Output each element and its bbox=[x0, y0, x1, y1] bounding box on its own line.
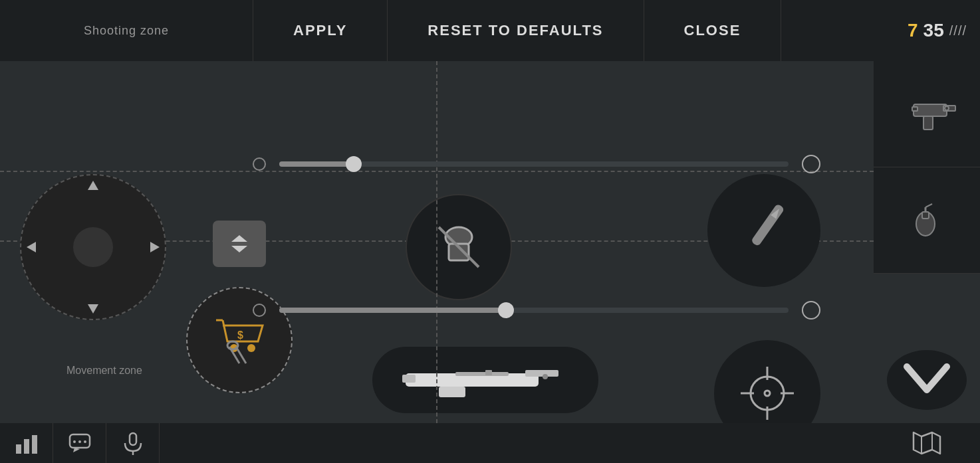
arrow-right-icon bbox=[150, 242, 160, 252]
mic-icon bbox=[121, 431, 145, 455]
main-content: $ bbox=[0, 61, 874, 423]
slider-bottom-fill bbox=[279, 308, 509, 313]
svg-rect-36 bbox=[32, 435, 37, 454]
svg-rect-25 bbox=[455, 372, 509, 376]
no-enemy-icon bbox=[426, 214, 492, 280]
arrow-down-icon bbox=[88, 304, 98, 314]
close-button[interactable]: CLOSE bbox=[644, 0, 782, 61]
map-icon bbox=[912, 431, 941, 455]
ammo-bars: //// bbox=[949, 23, 967, 39]
svg-rect-41 bbox=[130, 433, 136, 445]
enemy-circle-inner bbox=[406, 194, 512, 300]
slider-bottom-thumb[interactable] bbox=[498, 302, 514, 318]
slider-top-fill bbox=[279, 161, 356, 167]
svg-point-39 bbox=[78, 440, 81, 443]
grenade-icon bbox=[907, 197, 947, 244]
enemy-button[interactable] bbox=[406, 194, 512, 300]
slider-top-track[interactable] bbox=[279, 161, 789, 167]
svg-text:$: $ bbox=[237, 329, 243, 341]
arrow-left-icon bbox=[27, 242, 36, 252]
center-line bbox=[436, 61, 437, 423]
ammo-display: 7 35 //// bbox=[874, 0, 980, 61]
ammo-current: 7 bbox=[908, 20, 918, 41]
pistol-icon bbox=[894, 91, 960, 138]
svg-point-26 bbox=[543, 374, 548, 379]
header-bar: Shooting zone APPLY RESET TO DEFAULTS CL… bbox=[0, 0, 980, 61]
svg-rect-12 bbox=[751, 203, 785, 246]
slider-top-start bbox=[253, 157, 266, 171]
svg-rect-27 bbox=[485, 370, 492, 375]
chevron-down-large-icon bbox=[904, 363, 950, 397]
weapon-grenade-thumb[interactable] bbox=[874, 167, 980, 274]
svg-point-38 bbox=[73, 440, 76, 443]
svg-rect-24 bbox=[402, 375, 416, 383]
chat-icon bbox=[68, 431, 92, 455]
svg-rect-6 bbox=[922, 212, 929, 219]
movement-zone-label: Movement zone bbox=[66, 365, 142, 377]
svg-marker-43 bbox=[914, 432, 940, 454]
stats-button[interactable] bbox=[0, 423, 53, 463]
weapon-pistol-thumb[interactable] bbox=[874, 61, 980, 167]
slider-bottom-end bbox=[802, 301, 820, 320]
svg-rect-35 bbox=[24, 439, 29, 454]
slider-top bbox=[253, 147, 820, 181]
arrow-up-icon bbox=[88, 181, 98, 190]
svg-rect-23 bbox=[439, 387, 465, 397]
joystick-inner bbox=[73, 227, 113, 267]
crosshair-icon bbox=[734, 360, 800, 426]
slider-bottom-start bbox=[253, 304, 266, 317]
joystick-outer[interactable] bbox=[20, 174, 166, 320]
svg-point-40 bbox=[84, 440, 86, 443]
weapon-ak-button[interactable] bbox=[372, 347, 598, 413]
bullet-circle-inner bbox=[707, 174, 820, 287]
slider-bottom bbox=[253, 294, 820, 327]
weapon-sidebar bbox=[874, 61, 980, 274]
chevron-up-icon bbox=[231, 235, 247, 242]
map-button[interactable] bbox=[874, 423, 980, 463]
svg-rect-1 bbox=[923, 116, 933, 130]
header-left: Shooting zone bbox=[0, 24, 253, 38]
svg-point-29 bbox=[765, 391, 770, 396]
bottom-bar bbox=[0, 423, 980, 463]
updown-control[interactable] bbox=[213, 221, 266, 267]
svg-line-8 bbox=[925, 204, 932, 207]
reset-button[interactable]: RESET TO DEFAULTS bbox=[388, 0, 644, 61]
mic-button[interactable] bbox=[106, 423, 160, 463]
slider-top-thumb[interactable] bbox=[346, 156, 362, 172]
svg-point-16 bbox=[247, 344, 255, 352]
chevron-down-icon bbox=[231, 246, 247, 252]
bullet-icon bbox=[727, 194, 800, 267]
svg-rect-22 bbox=[525, 370, 558, 377]
apply-button[interactable]: APPLY bbox=[253, 0, 388, 61]
stats-icon bbox=[15, 431, 39, 455]
bullet-button[interactable] bbox=[707, 174, 820, 287]
shooting-zone-label: Shooting zone bbox=[84, 24, 169, 38]
slider-bottom-track[interactable] bbox=[279, 308, 789, 313]
slider-top-end bbox=[802, 155, 820, 173]
chat-button[interactable] bbox=[53, 423, 106, 463]
svg-rect-0 bbox=[914, 104, 947, 116]
svg-rect-34 bbox=[16, 444, 21, 454]
svg-point-4 bbox=[945, 106, 949, 110]
header-actions: APPLY RESET TO DEFAULTS CLOSE bbox=[253, 0, 980, 61]
down-arrow-button[interactable] bbox=[887, 350, 967, 410]
ammo-total: 35 bbox=[923, 20, 944, 41]
svg-rect-3 bbox=[912, 107, 918, 111]
ak47-icon bbox=[392, 353, 578, 407]
svg-point-28 bbox=[751, 377, 784, 410]
joystick-area[interactable] bbox=[20, 174, 166, 320]
